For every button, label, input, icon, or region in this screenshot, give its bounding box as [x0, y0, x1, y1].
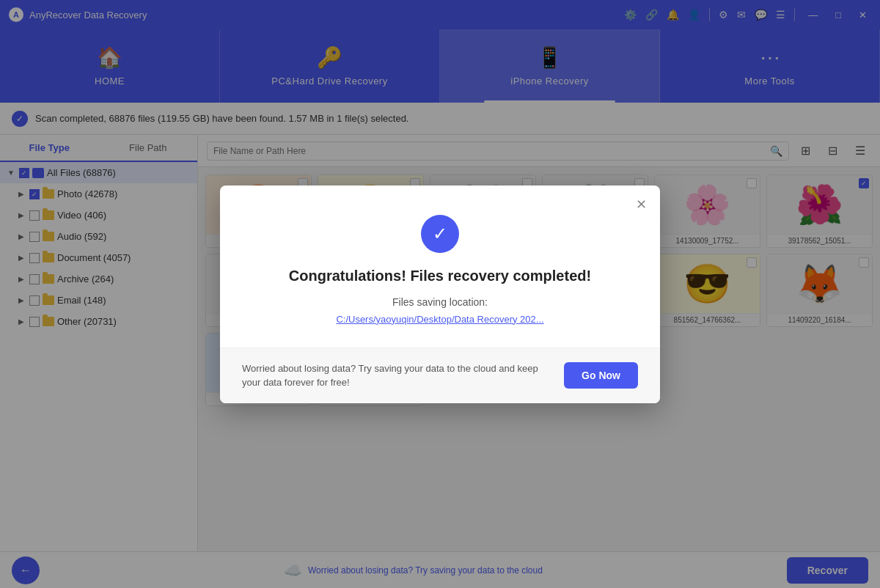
success-check-icon: ✓ — [421, 215, 459, 253]
go-now-button[interactable]: Go Now — [564, 362, 638, 389]
modal-subtitle: Files saving location: — [249, 296, 631, 308]
modal-title: Congratulations! Files recovery complete… — [249, 268, 631, 284]
save-path-link[interactable]: C:/Users/yaoyuqin/Desktop/Data Recovery … — [336, 314, 543, 325]
modal-overlay: ✓ Congratulations! Files recovery comple… — [0, 0, 880, 588]
recovery-success-modal: ✓ Congratulations! Files recovery comple… — [220, 185, 660, 403]
modal-body: ✓ Congratulations! Files recovery comple… — [220, 185, 660, 348]
modal-footer: Worried about losing data? Try saving yo… — [220, 348, 660, 403]
modal-promo-text: Worried about losing data? Try saving yo… — [242, 361, 552, 390]
modal-wrapper: ✓ Congratulations! Files recovery comple… — [220, 185, 660, 403]
modal-close-button[interactable]: ✕ — [631, 194, 651, 215]
